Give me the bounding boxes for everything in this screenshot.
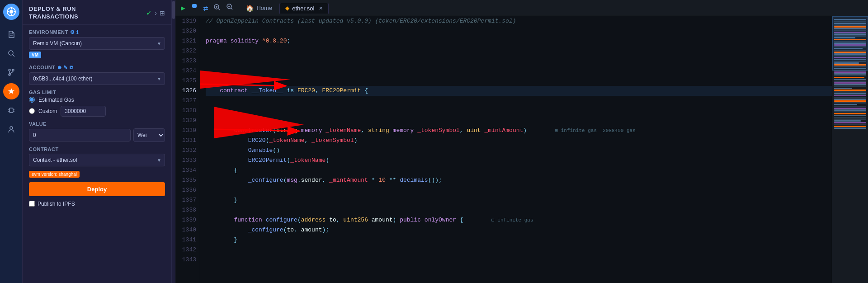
editor-toolbar-icons: ▶ ⇄ [179,2,235,14]
account-copy-icon[interactable]: ⧉ [70,65,74,71]
code-editor: 1319 1320 1321 1322 1323 1324 1325 1326 … [175,16,868,283]
panel-content: ENVIRONMENT ⚙ ℹ Remix VM (Cancun) ▼ VM A… [23,25,171,212]
arrow-right-icon[interactable]: › [155,9,157,17]
account-section: ACCOUNT ⊕ ✎ ⧉ 0x5B3...c4c4 (100 ether) ▼ [29,65,165,85]
sidebar-user-icon[interactable] [3,121,19,137]
environment-select[interactable]: Remix VM (Cancun) [29,37,165,50]
svg-point-18 [10,127,13,129]
svg-point-11 [12,69,14,71]
custom-gas-radio[interactable] [29,108,35,114]
publish-label[interactable]: Publish to IPFS [38,201,75,207]
line-num-1338: 1338 [177,205,196,215]
svg-point-10 [9,69,10,71]
code-line-1327 [206,96,832,106]
deploy-button[interactable]: Deploy [29,182,165,196]
tab-ether-sol[interactable]: ◆ ether.sol ✕ [279,3,329,14]
line-num-1340: 1340 [177,225,196,235]
gas-limit-radio-group: Estimated Gas Custom 3000000 [29,97,165,117]
deploy-panel: DEPLOY & RUN TRANSACTIONS ✓ › ⊞ ENVIRONM… [23,0,172,283]
line-num-1322: 1322 [177,46,196,56]
value-row: 0 Wei Gwei Finney Ether [29,128,165,142]
sidebar-debug-icon[interactable] [3,102,19,118]
toggle-icon[interactable]: ⇄ [202,2,210,14]
scrollbar-thumb [172,1,175,19]
sol-tab-label: ether.sol [292,5,314,12]
code-line-1333: ERC20Permit(_tokenName) [206,156,832,165]
editor-area: ▶ ⇄ [175,0,868,283]
account-edit-icon[interactable]: ✎ [63,65,68,71]
person-icon[interactable] [189,2,200,14]
value-label: VALUE [29,121,47,127]
line-num-1334: 1334 [177,165,196,175]
line-num-1336: 1336 [177,185,196,195]
line-num-1319: 1319 [177,16,196,26]
code-line-1342 [206,245,832,255]
environment-info-icon: ⚙ [70,29,75,35]
code-line-1332: Ownable() [206,146,832,156]
code-line-1326: contract __Token__ is ERC20, ERC20Permit… [206,86,832,96]
contract-section: CONTRACT Context - ether.sol ▼ [29,146,165,166]
code-line-1331: ERC20(_tokenName, _tokenSymbol) [206,136,832,146]
svg-line-9 [13,55,14,57]
line-numbers: 1319 1320 1321 1322 1323 1324 1325 1326 … [175,16,200,283]
sidebar-file-icon[interactable] [3,26,19,42]
custom-gas-label[interactable]: Custom [38,108,57,114]
code-line-1322 [206,46,832,56]
sidebar-search-icon[interactable] [3,45,19,61]
account-label: ACCOUNT [29,65,56,70]
line-num-1343: 1343 [177,255,196,265]
contract-select[interactable]: Context - ether.sol [29,154,165,166]
home-tab-label: Home [256,5,272,11]
estimated-gas-label[interactable]: Estimated Gas [38,97,74,103]
evm-badge: evm version: shanghai [29,171,80,178]
publish-checkbox[interactable] [29,201,35,207]
sidebar-git-icon[interactable] [3,64,19,80]
gas-limit-section: GAS LIMIT Estimated Gas Custom 3000000 [29,90,165,117]
home-tab-icon: 🏠 [246,5,254,12]
line-num-1326: 1326 [177,86,196,96]
wei-select[interactable]: Wei Gwei Finney Ether [133,128,165,142]
panel-title: DEPLOY & RUN TRANSACTIONS [29,5,78,21]
code-line-1328 [206,106,832,116]
code-content[interactable]: // OpenZeppelin Contracts (last updated … [200,16,832,283]
svg-line-22 [218,9,220,10]
code-line-1340: _configure(to, amount); [206,225,832,235]
layout-icon[interactable]: ⊞ [160,9,165,17]
tab-home[interactable]: 🏠 Home [241,3,278,14]
estimated-gas-radio[interactable] [29,97,35,103]
zoom-out-icon[interactable] [224,2,235,14]
zoom-in-icon[interactable] [212,3,222,14]
code-line-1319: // OpenZeppelin Contracts (last updated … [206,16,832,26]
line-num-1327: 1327 [177,96,196,106]
environment-section: ENVIRONMENT ⚙ ℹ Remix VM (Cancun) ▼ VM [29,29,165,60]
environment-label: ENVIRONMENT [29,29,68,35]
icon-sidebar [0,0,23,283]
code-line-1336 [206,185,832,195]
line-num-1320: 1320 [177,26,196,36]
line-num-1333: 1333 [177,156,196,165]
line-num-1335: 1335 [177,175,196,185]
code-line-1321: pragma solidity ^0.8.20; [206,36,832,46]
line-num-1339: 1339 [177,215,196,225]
code-line-1330: constructor(string memory _tokenName, st… [206,126,832,136]
code-line-1341: } [206,235,832,245]
account-select[interactable]: 0x5B3...c4c4 (100 ether) [29,72,165,85]
account-add-icon[interactable]: ⊕ [57,65,62,71]
line-num-1331: 1331 [177,136,196,146]
sol-tab-icon: ◆ [285,5,289,11]
panel-scrollbar[interactable] [172,0,175,283]
value-input[interactable]: 0 [29,129,131,142]
checkmark-icon[interactable]: ✓ [146,9,152,17]
line-num-1342: 1342 [177,245,196,255]
custom-gas-input[interactable]: 3000000 [61,106,106,117]
line-num-1323: 1323 [177,56,196,66]
line-num-1328: 1328 [177,106,196,116]
code-line-1335: _configure(msg.sender, _mintAmount * 10 … [206,175,832,185]
line-num-1325: 1325 [177,76,196,86]
account-select-wrapper: 0x5B3...c4c4 (100 ether) ▼ [29,72,165,85]
app-logo[interactable] [3,4,19,20]
code-line-1334: { [206,165,832,175]
sidebar-deploy-icon[interactable] [3,83,19,99]
run-icon[interactable]: ▶ [179,3,187,14]
sol-tab-close[interactable]: ✕ [319,5,323,11]
